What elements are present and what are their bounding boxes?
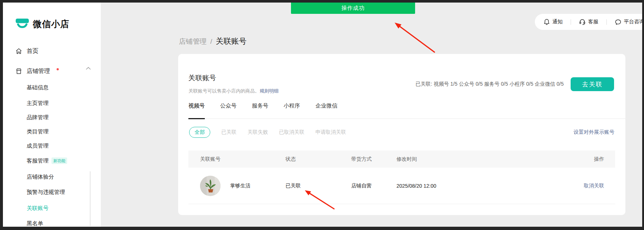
customer-service-button[interactable]: 客服 — [579, 19, 598, 25]
account-name: 掌够生活 — [230, 168, 250, 204]
notifications-button[interactable]: 通知 — [544, 19, 563, 25]
filter-cancelled[interactable]: 已取消关联 — [279, 129, 304, 136]
filter-failed[interactable]: 关联失败 — [248, 129, 268, 136]
sidebar: 微信小店 首页 店铺管理 — [3, 3, 101, 227]
divider — [606, 19, 607, 25]
header-account: 关联账号 — [200, 151, 221, 168]
store-icon — [15, 68, 22, 75]
sidebar-item-customer-service[interactable]: 客服管理 新功能 — [27, 157, 67, 164]
platform-consult-label: 平台咨询 — [624, 19, 642, 25]
shop-logo-icon — [15, 18, 29, 30]
platform-consult-button[interactable]: 平台咨询 — [615, 19, 642, 25]
table-row: 掌够生活 已关联 店铺自营 2025/08/20 12:00 取消关联 — [188, 168, 615, 204]
sidebar-item-experience-score[interactable]: 店铺体验分 — [27, 173, 54, 180]
status-filters: 全部 已关联 关联失败 已取消关联 申请取消关联 — [189, 127, 346, 138]
breadcrumb-current: 关联账号 — [216, 36, 246, 46]
filter-linked[interactable]: 已关联 — [221, 129, 237, 136]
sidebar-item-linked-accounts[interactable]: 关联账号 — [27, 204, 49, 212]
toast-message: 操作成功 — [341, 5, 365, 12]
home-icon — [15, 48, 22, 55]
filter-all[interactable]: 全部 — [189, 127, 210, 138]
sidebar-item-homepage[interactable]: 主页管理 — [27, 100, 49, 107]
sidebar-item-basic-info[interactable]: 基础信息 — [27, 84, 49, 91]
app-title: 微信小店 — [33, 18, 69, 30]
header-status: 状态 — [285, 151, 296, 168]
linked-accounts-panel: 关联账号 关联账号可以售卖小店内的商品。规则明细 已关联: 视频号 1/5 公众… — [178, 54, 625, 215]
account-type-tabs: 视频号 公众号 服务号 小程序 企业微信 — [188, 102, 625, 119]
topbar-pill: 通知 客服 平台咨询 — [535, 14, 642, 30]
main-content: 操作成功 通知 客服 — [101, 3, 642, 227]
sidebar-item-warnings[interactable]: 预警与违规管理 — [27, 188, 65, 196]
panel-header-right: 已关联: 视频号 1/5 公众号 0/5 服务号 0/5 小程序 0/5 企业微… — [415, 77, 614, 91]
table-header: 关联账号 状态 带货方式 修改时间 操作 — [188, 151, 615, 168]
app-window: 微信小店 首页 店铺管理 — [3, 3, 642, 227]
linked-accounts-table: 关联账号 状态 带货方式 修改时间 操作 — [188, 151, 615, 204]
tab-official-account[interactable]: 公众号 — [220, 102, 237, 118]
chevron-up-icon[interactable] — [86, 67, 91, 70]
customer-service-label: 客服 — [588, 19, 598, 25]
headset-icon — [579, 19, 586, 25]
notification-dot — [57, 68, 59, 70]
sidebar-item-shop-management[interactable]: 店铺管理 — [15, 67, 59, 75]
panel-subtitle: 关联账号可以售卖小店内的商品。规则明细 — [188, 88, 279, 94]
breadcrumb-parent[interactable]: 店铺管理 — [179, 37, 207, 46]
unlink-action-link[interactable]: 取消关联 — [584, 168, 604, 204]
sidebar-scrollbar[interactable] — [90, 171, 91, 226]
new-feature-badge: 新功能 — [51, 157, 67, 164]
account-status: 已关联 — [285, 168, 301, 204]
account-mode: 店铺自营 — [351, 168, 372, 204]
breadcrumb: 店铺管理 / 关联账号 — [179, 36, 246, 46]
panel-title: 关联账号 — [188, 73, 216, 83]
app-logo: 微信小店 — [15, 18, 69, 30]
rules-detail-link[interactable]: 规则明细 — [260, 88, 279, 94]
go-link-button[interactable]: 去关联 — [571, 77, 614, 91]
tab-channels[interactable]: 视频号 — [188, 102, 205, 118]
filter-cancel-requested[interactable]: 申请取消关联 — [315, 129, 346, 136]
tab-wecom[interactable]: 企业微信 — [315, 102, 337, 118]
header-modified: 修改时间 — [396, 151, 417, 168]
tab-mini-program[interactable]: 小程序 — [284, 102, 300, 118]
header-action: 操作 — [594, 151, 604, 168]
sidebar-item-category[interactable]: 类目管理 — [27, 128, 49, 135]
set-display-account-link[interactable]: 设置对外展示账号 — [574, 129, 614, 136]
account-modified-time: 2025/08/20 12:00 — [396, 168, 436, 204]
tab-service-account[interactable]: 服务号 — [252, 102, 268, 118]
bell-icon — [544, 19, 550, 25]
sidebar-item-home[interactable]: 首页 — [15, 47, 38, 55]
account-avatar — [200, 176, 221, 196]
linked-summary: 已关联: 视频号 1/5 公众号 0/5 服务号 0/5 小程序 0/5 企业微… — [415, 81, 564, 87]
sidebar-item-label: 店铺管理 — [27, 67, 50, 75]
success-toast: 操作成功 — [291, 3, 415, 14]
chat-bubble-icon — [615, 19, 621, 25]
sidebar-item-label: 首页 — [27, 47, 38, 55]
divider — [571, 19, 571, 25]
sidebar-item-blacklist[interactable]: 黑名单 — [27, 220, 43, 227]
notifications-label: 通知 — [552, 19, 563, 25]
sidebar-item-members[interactable]: 成员管理 — [27, 142, 49, 149]
sidebar-item-brand[interactable]: 品牌管理 — [27, 114, 49, 121]
header-mode: 带货方式 — [351, 151, 372, 168]
breadcrumb-separator: / — [210, 38, 212, 46]
